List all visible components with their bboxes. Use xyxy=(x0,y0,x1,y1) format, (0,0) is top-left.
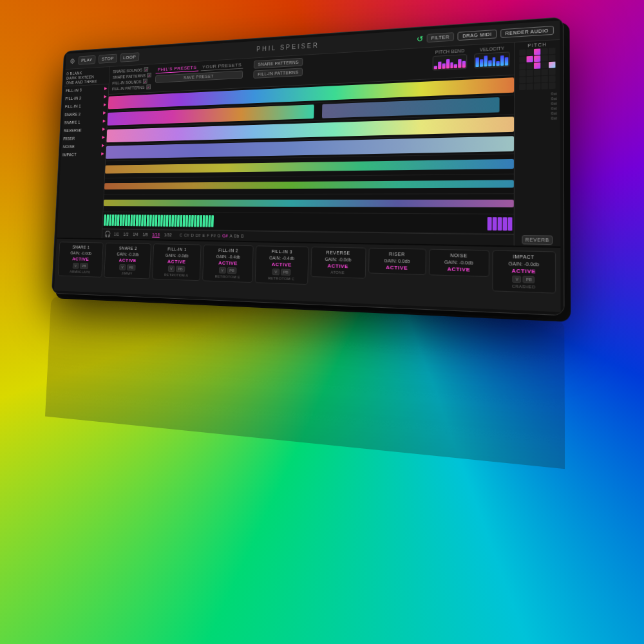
pitch-cell[interactable] xyxy=(519,77,526,83)
pitch-cell[interactable] xyxy=(519,84,526,90)
pb-vel-section: PITCH BEND xyxy=(433,46,510,71)
note-b[interactable]: B xyxy=(241,234,244,238)
pitch-cell-active[interactable] xyxy=(534,62,540,69)
pitch-cell[interactable] xyxy=(527,62,533,69)
note-cs[interactable]: C# xyxy=(184,233,189,238)
channel-fill-in-3-pb[interactable]: PB xyxy=(281,269,291,276)
channel-impact-name: IMPACT xyxy=(496,254,552,260)
check-fill-in-patterns[interactable]: FILL-IN PATTERNS ✓ xyxy=(112,84,151,91)
loop-button[interactable]: LOOP xyxy=(120,52,139,62)
pitch-cell[interactable] xyxy=(534,70,540,76)
channel-fill-in-3-v[interactable]: V xyxy=(272,269,279,275)
channel-impact-vpb: V PB xyxy=(496,275,552,284)
channel-snare-2-active[interactable]: ACTIVE xyxy=(108,257,148,263)
pitch-cell[interactable] xyxy=(541,76,547,82)
channel-fill-in-2: FILL-IN 2 GAIN: -0.4db ACTIVE V PB RETRO… xyxy=(202,245,254,283)
your-presets-tab[interactable]: YOUR PRESETS xyxy=(200,61,243,71)
ruler-div-1-4[interactable]: 1/4 xyxy=(131,232,139,238)
grid-row-noise[interactable] xyxy=(103,194,513,214)
channel-snare-2-v[interactable]: V xyxy=(119,264,126,270)
pattern-riser[interactable] xyxy=(104,174,514,194)
pitch-cell[interactable] xyxy=(541,69,547,75)
channel-impact-active[interactable]: ACTIVE xyxy=(496,267,552,275)
ruler-div-1-2[interactable]: 1/2 xyxy=(122,231,130,237)
note-e[interactable]: E xyxy=(202,233,205,238)
pitch-label-5: 0st xyxy=(516,116,558,122)
pitch-cell[interactable] xyxy=(541,83,547,90)
note-ds[interactable]: D# xyxy=(195,233,200,238)
pitch-cell[interactable] xyxy=(541,55,547,61)
sync-icon[interactable]: ↺ xyxy=(416,34,423,44)
pitch-grid[interactable] xyxy=(519,48,555,90)
pitch-cell[interactable] xyxy=(541,48,547,55)
pattern-noise[interactable] xyxy=(103,194,513,213)
channel-fill-in-2-pb[interactable]: PB xyxy=(227,267,236,274)
phils-presets-tab[interactable]: PHIL'S PRESETS xyxy=(156,64,198,73)
note-f[interactable]: F xyxy=(207,233,209,238)
preset-tabs: PHIL'S PRESETS YOUR PRESETS SAVE PRESET xyxy=(155,61,243,83)
channel-fill-in-1-pb[interactable]: PB xyxy=(176,266,185,272)
pitch-cell[interactable] xyxy=(549,68,555,75)
play-button[interactable]: PLAY xyxy=(78,55,95,65)
pitch-cell[interactable] xyxy=(549,55,555,61)
note-a[interactable]: A xyxy=(229,234,232,238)
pitch-cell[interactable] xyxy=(549,75,555,82)
pitch-cell[interactable] xyxy=(519,63,526,70)
snare-patterns-checkbox[interactable]: ✓ xyxy=(147,73,151,78)
channel-snare-1-pb[interactable]: PB xyxy=(79,263,88,269)
drag-midi-button[interactable]: DRAG MIDI xyxy=(458,30,497,41)
pitch-cell[interactable] xyxy=(527,77,533,83)
channel-noise-active[interactable]: ACTIVE xyxy=(432,265,486,273)
ruler-div-1-1[interactable]: 1/1 xyxy=(113,231,120,237)
channel-fill-in-2-active[interactable]: ACTIVE xyxy=(206,260,251,267)
pitch-cell[interactable] xyxy=(549,48,555,54)
channel-snare-1-v[interactable]: V xyxy=(72,263,79,269)
stop-button[interactable]: STOP xyxy=(99,54,117,64)
pitch-cell[interactable] xyxy=(519,70,526,77)
note-fs[interactable]: F# xyxy=(211,233,216,238)
pitch-cell[interactable] xyxy=(527,70,533,76)
pitch-cell[interactable] xyxy=(534,76,540,82)
fill-in-patterns-checkbox[interactable]: ✓ xyxy=(146,84,151,90)
pitch-cell-active[interactable] xyxy=(534,55,540,62)
track-impact[interactable]: IMPACT ▶ xyxy=(61,149,106,158)
pitch-cell[interactable] xyxy=(519,56,526,62)
snare-sounds-checkbox[interactable]: ✓ xyxy=(144,67,148,72)
channel-impact-pb[interactable]: PB xyxy=(523,276,535,283)
fill-in-patterns-button[interactable]: FILL-IN PATTERNS xyxy=(254,68,303,79)
snare-patterns-button[interactable]: SNARE PATTERNS xyxy=(254,58,303,69)
gear-icon[interactable]: ⚙ xyxy=(70,57,75,65)
pitch-cell[interactable] xyxy=(534,83,540,90)
pitch-cell[interactable] xyxy=(527,49,533,55)
ruler-div-1-32[interactable]: 1/32 xyxy=(163,232,173,238)
note-bb[interactable]: Bb xyxy=(234,234,239,238)
pitch-cell[interactable] xyxy=(527,84,533,90)
filter-button[interactable]: FILTER xyxy=(426,32,454,43)
ruler-div-1-16[interactable]: 1/16 xyxy=(151,232,160,238)
channel-reverse-name: REVERSE xyxy=(314,250,363,256)
channel-snare-2-pb[interactable]: PB xyxy=(126,264,135,270)
grid-row-riser[interactable] xyxy=(104,174,514,194)
channel-riser-active[interactable]: ACTIVE xyxy=(372,264,422,272)
pitch-cell-active[interactable] xyxy=(549,62,555,68)
render-audio-button[interactable]: RENDER AUDIO xyxy=(500,26,554,38)
channel-impact-v[interactable]: V xyxy=(513,276,522,283)
channel-fill-in-1-active[interactable]: ACTIVE xyxy=(156,258,198,265)
pitch-cell-active[interactable] xyxy=(527,56,533,62)
note-gs[interactable]: G# xyxy=(222,234,228,238)
pitch-cell[interactable] xyxy=(541,62,547,68)
note-c[interactable]: C xyxy=(180,233,183,238)
ruler-div-1-8[interactable]: 1/8 xyxy=(141,232,149,238)
channel-reverse-active[interactable]: ACTIVE xyxy=(314,263,363,270)
channel-fill-in-2-v[interactable]: V xyxy=(219,267,226,274)
note-g[interactable]: G xyxy=(217,234,220,238)
pitch-cell[interactable] xyxy=(549,82,555,89)
reverb-button[interactable]: REVERB xyxy=(522,235,553,245)
channel-fill-in-3-active[interactable]: ACTIVE xyxy=(259,261,305,268)
channel-fill-in-1-v[interactable]: V xyxy=(168,265,175,272)
note-d[interactable]: D xyxy=(191,233,194,238)
pitch-cell[interactable] xyxy=(519,50,526,56)
channel-snare-1-active[interactable]: ACTIVE xyxy=(61,256,100,262)
pitch-cell-active[interactable] xyxy=(534,48,540,55)
fill-in-sounds-checkbox[interactable]: ✓ xyxy=(143,79,147,84)
